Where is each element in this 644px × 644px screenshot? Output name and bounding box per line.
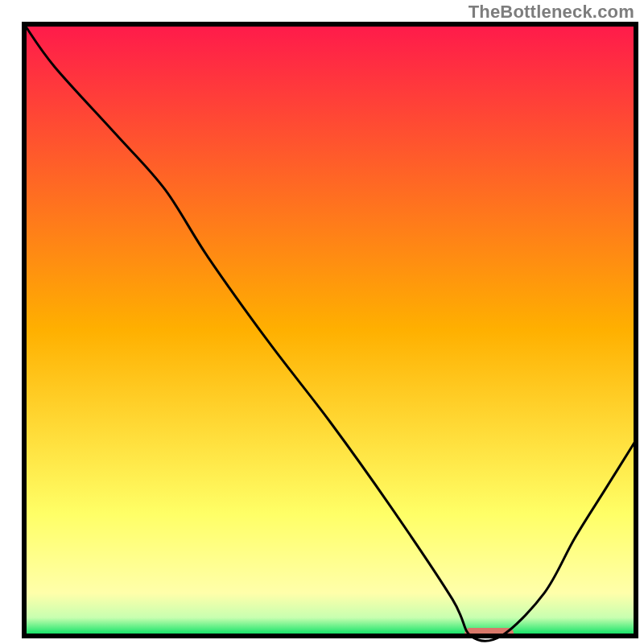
bottleneck-chart <box>0 0 644 644</box>
chart-container: TheBottleneck.com <box>0 0 644 644</box>
chart-background <box>24 24 636 636</box>
